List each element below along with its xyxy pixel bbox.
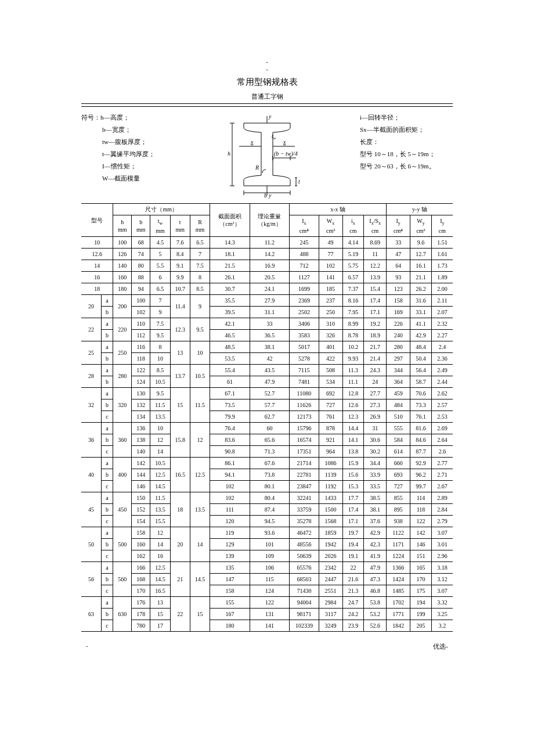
cell: 2.00 xyxy=(431,283,453,294)
cell: 74 xyxy=(132,248,150,260)
cell: 2.6 xyxy=(431,445,453,457)
th-Ix: Ixcm⁴ xyxy=(290,215,319,236)
cell: 165 xyxy=(410,561,432,573)
table-row: b1129.546.536.535833268.7818.924042.92.2… xyxy=(81,329,453,341)
cell: 39.5 xyxy=(210,306,250,318)
legend-h: h—高度； xyxy=(100,114,129,121)
cell: 21.7 xyxy=(364,341,387,352)
cell: 508 xyxy=(319,364,342,376)
cell: 170 xyxy=(410,573,432,585)
cell: 65.6 xyxy=(250,434,290,445)
cell: 93.6 xyxy=(250,527,290,538)
cell: 46.5 xyxy=(210,329,250,341)
cell: 1086 xyxy=(319,457,342,469)
cell: 1.51 xyxy=(431,236,453,248)
cell: a xyxy=(101,561,113,573)
cell: a xyxy=(101,294,113,306)
cell: 170 xyxy=(132,585,150,596)
cell: 122 xyxy=(410,515,432,527)
cell: 8.16 xyxy=(342,294,364,306)
legend-left: 符号：h—高度； b—宽度； tw—腹板厚度； t—翼缘平均厚度； I—惯性矩；… xyxy=(81,111,168,184)
cell: 118 xyxy=(410,503,432,515)
svg-text:tw: tw xyxy=(272,133,276,141)
cell: 23847 xyxy=(290,480,319,492)
cell: 878 xyxy=(319,422,342,434)
cell: 1122 xyxy=(387,527,410,538)
cell: 53.2 xyxy=(364,608,387,620)
svg-text:y: y xyxy=(268,113,272,120)
cell: 32241 xyxy=(290,492,319,503)
cell: 102339 xyxy=(290,620,319,631)
cell: 65576 xyxy=(290,561,319,573)
cell: 20 xyxy=(81,294,101,318)
cell: 27.9 xyxy=(250,294,290,306)
cell: 938 xyxy=(387,515,410,527)
table-row: b15213.511187.433759150017.438.18951182.… xyxy=(81,503,453,515)
cell: 13.5 xyxy=(150,503,170,515)
cell: 76.1 xyxy=(410,411,432,422)
cell: 17.7 xyxy=(342,492,364,503)
cell: 24.1 xyxy=(250,283,290,294)
cell: 712 xyxy=(290,260,319,271)
cell: 2.32 xyxy=(431,318,453,329)
cell: 3.18 xyxy=(431,561,453,573)
cell: 168 xyxy=(132,573,150,585)
cell: 1699 xyxy=(290,283,319,294)
cell: 2.67 xyxy=(431,480,453,492)
cell: 584 xyxy=(387,434,410,445)
cell: 1433 xyxy=(319,492,342,503)
cell: a xyxy=(101,318,113,329)
cell: 63 xyxy=(81,596,101,631)
cell: 9 xyxy=(150,306,170,318)
cell: 48556 xyxy=(290,538,319,550)
table-row: 28a2801228.513.710.555.443.5711550811.32… xyxy=(81,364,453,376)
table-row: 36a3601361015.81276.4601579687814.431555… xyxy=(81,422,453,434)
cell: 7.95 xyxy=(342,306,364,318)
cell: 15.4 xyxy=(364,283,387,294)
cell: 31.1 xyxy=(250,306,290,318)
cell: c xyxy=(101,480,113,492)
cell: 12173 xyxy=(290,411,319,422)
cell: 8.5 xyxy=(150,364,170,376)
cell: 124 xyxy=(250,585,290,596)
cell: 30.2 xyxy=(364,445,387,457)
cell: 139 xyxy=(210,550,250,561)
table-row: b12410.56147.9748153411.12436458.72.44 xyxy=(81,376,453,387)
cell: 761 xyxy=(319,411,342,422)
cell: 1568 xyxy=(319,515,342,527)
cell: 10.5 xyxy=(150,376,170,387)
cell: 14.1 xyxy=(342,434,364,445)
cell: 115 xyxy=(250,573,290,585)
cell: 131 xyxy=(250,608,290,620)
cell: 450 xyxy=(113,492,132,527)
cell: 150 xyxy=(132,492,150,503)
cell: 155 xyxy=(210,596,250,608)
table-row: 14140805.59.17.521.516.97121025.7512.264… xyxy=(81,260,453,271)
cell: 122 xyxy=(132,364,150,376)
cell: 12.5 xyxy=(150,561,170,573)
cell: 895 xyxy=(387,503,410,515)
cell: 80.4 xyxy=(250,492,290,503)
cell: 28 xyxy=(81,364,101,387)
cell: 2.44 xyxy=(431,376,453,387)
cell: 22 xyxy=(170,596,190,631)
cell: 18.9 xyxy=(364,329,387,341)
table-row: c13413.579.962.71217376112.326.951076.12… xyxy=(81,411,453,422)
cell: 22781 xyxy=(290,469,319,480)
cell: 5 xyxy=(150,248,170,260)
cell: 50639 xyxy=(290,550,319,561)
cell: 15 xyxy=(190,596,210,631)
cell: 2.96 xyxy=(431,550,453,561)
cell: 1171 xyxy=(387,538,410,550)
cell: 17.1 xyxy=(342,515,364,527)
cell: 2.49 xyxy=(431,364,453,376)
cell: c xyxy=(101,411,113,422)
cell: 41.9 xyxy=(364,550,387,561)
cell: 62.7 xyxy=(250,411,290,422)
cell: 102 xyxy=(210,480,250,492)
cell: b xyxy=(101,329,113,341)
cell: 175 xyxy=(410,585,432,596)
cell: 24.3 xyxy=(364,364,387,376)
cell: a xyxy=(101,492,113,503)
cell: 47.9 xyxy=(250,376,290,387)
